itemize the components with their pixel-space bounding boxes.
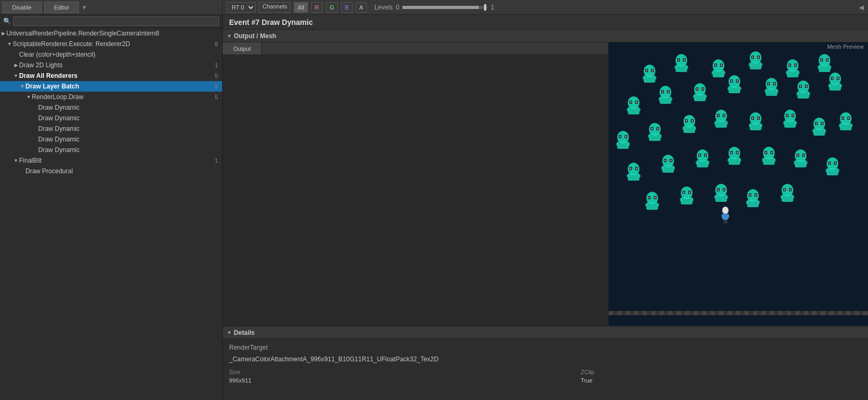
tree-item-dd4[interactable]: Draw Dynamic [0,134,222,145]
tree-item-dd2[interactable]: Draw Dynamic [0,113,222,123]
tree-item-scriptable[interactable]: ▼ ScriptableRenderer.Execute: Renderer2D… [0,39,222,49]
col-zclip-header: ZClip [581,368,862,376]
svg-rect-35 [797,71,800,74]
tree-container: ▶ UniversalRenderPipeline.RenderSingleCa… [0,28,222,176]
svg-rect-167 [848,117,849,119]
game-preview [609,42,868,326]
channel-r-button[interactable]: R [311,2,323,13]
svg-rect-129 [715,120,727,128]
tree-item-finalblit[interactable]: ▼ FinalBlit 1 [0,155,222,166]
tree-item-drawprocedural[interactable]: Draw Procedural [0,166,222,176]
left-panel: 🔍 ▶ UniversalRenderPipeline.RenderSingle… [0,15,223,400]
svg-rect-161 [840,123,852,130]
render-target-row: RenderTarget [229,342,862,353]
channel-all-button[interactable]: All [294,2,308,13]
svg-rect-73 [729,86,740,93]
ghost-sprite-31 [744,188,762,206]
output-mesh-section-header[interactable]: ▼ Output / Mesh [223,30,868,42]
ghost-sprite-28 [643,191,661,209]
svg-rect-241 [715,194,727,202]
svg-rect-187 [707,161,709,164]
ghost-sprite-5 [816,53,834,71]
svg-rect-158 [816,122,817,125]
ghost-sprite-19 [810,117,828,135]
svg-rect-63 [668,91,669,93]
tab-output[interactable]: Output [223,42,262,55]
tree-item-clear[interactable]: Clear (color+depth+stencil) [0,49,222,60]
svg-rect-105 [617,141,629,149]
ghost-sprite-18 [781,109,799,127]
tree-arrow-icon: ▼ [13,158,19,163]
svg-rect-74 [727,87,730,90]
rt-select[interactable]: RT 0 [227,2,256,13]
svg-rect-139 [760,124,762,127]
section-title: Output / Mesh [234,32,276,40]
ghost-sprite-20 [837,111,855,129]
svg-rect-174 [630,167,632,170]
svg-rect-247 [723,189,725,191]
svg-rect-250 [746,201,748,204]
details-arrow-icon: ▼ [227,330,232,335]
svg-rect-153 [813,128,825,136]
svg-rect-33 [787,70,799,77]
svg-rect-23 [721,64,722,66]
ghost-sprite-32 [778,183,796,201]
tree-item-drawlayerbatch[interactable]: ▼ Draw Layer Batch 5 [0,81,222,92]
output-content [223,55,608,326]
svg-rect-254 [749,194,751,196]
tree-item-label: Draw Dynamic [38,125,218,132]
ghost-sprite-7 [656,85,674,103]
svg-rect-67 [705,95,707,98]
ghost-sprite-15 [680,114,698,132]
levels-slider[interactable] [402,6,487,9]
tree-item-label: Draw Dynamic [38,114,218,122]
editor-button[interactable]: Editor [44,2,80,13]
tree-item-dd3[interactable]: Draw Dynamic [0,123,222,134]
details-panel: ▼ Details RenderTarget _CameraColorAttac… [223,326,868,400]
right-panel: Event #7 Draw Dynamic ▼ Output / Mesh Ou… [223,15,868,400]
svg-rect-138 [749,124,751,127]
svg-rect-118 [651,128,653,130]
hero-sprite [720,207,731,225]
svg-rect-206 [765,152,767,154]
svg-rect-177 [662,165,674,173]
svg-rect-210 [794,161,796,164]
tree-item-renderloop[interactable]: ▼ RenderLoop.Draw 5 [0,92,222,102]
svg-rect-1 [644,75,655,83]
svg-rect-66 [693,95,695,98]
disable-button[interactable]: Disable [2,2,42,13]
levels-min: 0 [396,4,400,11]
render-target-value-row: _CameraColorAttachmentA_996x911_B10G11R1… [229,354,862,365]
tree-item-drawallrenderers[interactable]: ▼ Draw All Renderers 5 [0,70,222,81]
ghost-sprite-1 [672,53,690,71]
tree-item-label: Clear (color+depth+stencil) [19,51,218,58]
svg-rect-3 [654,76,656,79]
collapse-icon[interactable]: ◀ [859,4,864,11]
ghost-sprite-27 [823,156,841,174]
search-input[interactable] [13,16,219,26]
ghost-sprite-3 [747,50,765,68]
channel-b-button[interactable]: B [341,2,352,13]
channel-a-button[interactable]: A [356,2,367,13]
tree-item-urp[interactable]: ▶ UniversalRenderPipeline.RenderSingleCa… [0,28,222,39]
tree-item-dd1[interactable]: Draw Dynamic [0,102,222,113]
svg-rect-183 [670,159,672,162]
svg-rect-239 [689,191,690,193]
svg-rect-97 [829,83,841,91]
svg-rect-147 [795,121,797,125]
details-title: Details [234,329,255,336]
tree-item-dd5[interactable]: Draw Dynamic [0,145,222,155]
levels-max: 1 [490,4,494,11]
details-table: Size ZClip 996x911 True [229,368,862,385]
ghost-sprite-30 [712,183,730,201]
svg-rect-202 [762,158,764,162]
svg-rect-94 [800,85,801,87]
svg-rect-185 [697,160,708,167]
svg-rect-242 [714,195,716,199]
channel-g-button[interactable]: G [326,2,338,13]
tree-arrow-icon: ▶ [13,63,19,68]
svg-rect-30 [752,56,753,58]
tree-item-draw2d[interactable]: ▶ Draw 2D Lights 1 [0,60,222,70]
table-row: 996x911 True [229,376,862,385]
details-section-header[interactable]: ▼ Details [223,326,868,339]
